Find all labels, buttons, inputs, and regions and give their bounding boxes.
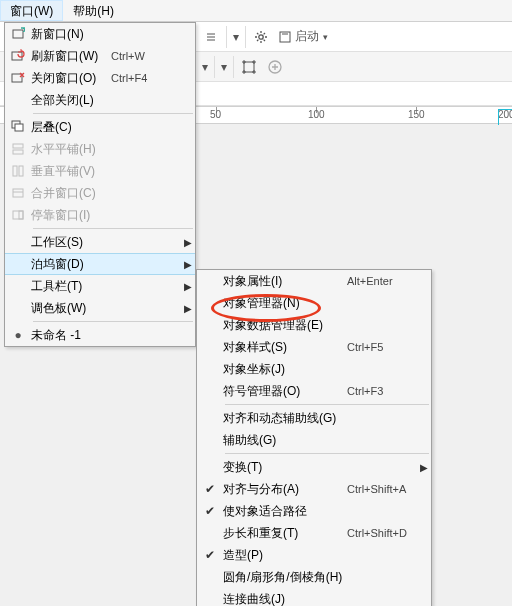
submenu-arrow-icon: ▶: [181, 259, 195, 270]
menuitem-dockers[interactable]: 泊坞窗(D)▶: [5, 253, 195, 275]
separator: [225, 404, 429, 405]
gear-icon[interactable]: [248, 24, 274, 50]
menuitem-step-repeat[interactable]: 步长和重复(T)Ctrl+Shift+D: [197, 522, 431, 544]
label: 全部关闭(L): [31, 92, 111, 109]
separator: [225, 453, 429, 454]
accelerator: Ctrl+Shift+D: [347, 527, 417, 539]
label: 垂直平铺(V): [31, 163, 111, 180]
menuitem-symbol-manager[interactable]: 符号管理器(O)Ctrl+F3: [197, 380, 431, 402]
submenu-arrow-icon: ▶: [181, 303, 195, 314]
menu-help[interactable]: 帮助(H): [63, 0, 124, 21]
label: 刷新窗口(W): [31, 48, 111, 65]
menuitem-fit-path[interactable]: ✔使对象适合路径: [197, 500, 431, 522]
label: 工作区(S): [31, 234, 111, 251]
options-icon[interactable]: [198, 24, 224, 50]
svg-rect-13: [13, 189, 23, 197]
bullet-icon: ●: [5, 324, 31, 346]
label: 合并窗口(C): [31, 185, 111, 202]
menuitem-connect-curve[interactable]: 连接曲线(J): [197, 588, 431, 606]
menu-window[interactable]: 窗口(W): [0, 0, 63, 21]
menuitem-close-window[interactable]: 关闭窗口(O)Ctrl+F4: [5, 67, 195, 89]
menuitem-corner[interactable]: 圆角/扇形角/倒棱角(H): [197, 566, 431, 588]
tile-v-icon: [5, 160, 31, 182]
check-icon: ✔: [197, 504, 223, 518]
menuitem-align-dynamic[interactable]: 对齐和动态辅助线(G): [197, 407, 431, 429]
label: 变换(T): [223, 459, 347, 476]
artboard-icon[interactable]: [236, 54, 262, 80]
label: 未命名 -1: [31, 327, 111, 344]
ruler-tick: 100: [308, 109, 325, 120]
launch-dropdown[interactable]: 启动 ▾: [274, 24, 332, 50]
menuitem-document[interactable]: ●未命名 -1: [5, 324, 195, 346]
label: 泊坞窗(D): [31, 256, 111, 273]
label: 停靠窗口(I): [31, 207, 111, 224]
menuitem-cascade[interactable]: 层叠(C): [5, 116, 195, 138]
menuitem-new-window[interactable]: 新窗口(N): [5, 23, 195, 45]
menuitem-shaping[interactable]: ✔造型(P): [197, 544, 431, 566]
label: 使对象适合路径: [223, 503, 347, 520]
page-edge: [498, 109, 512, 125]
label: 连接曲线(J): [223, 591, 347, 607]
cascade-icon: [5, 116, 31, 138]
close-window-icon: [5, 67, 31, 89]
window-menu-dropdown: 新窗口(N) 刷新窗口(W)Ctrl+W 关闭窗口(O)Ctrl+F4 全部关闭…: [4, 22, 196, 347]
svg-rect-2: [244, 62, 254, 72]
menuitem-tile-v: 垂直平铺(V): [5, 160, 195, 182]
check-icon: ✔: [197, 548, 223, 562]
submenu-arrow-icon: ▶: [181, 281, 195, 292]
menuitem-object-properties[interactable]: 对象属性(I)Alt+Enter: [197, 270, 431, 292]
submenu-arrow-icon: ▶: [181, 237, 195, 248]
label: 对象数据管理器(E): [223, 317, 347, 334]
menuitem-toolbars[interactable]: 工具栏(T)▶: [5, 275, 195, 297]
menuitem-workspace[interactable]: 工作区(S)▶: [5, 231, 195, 253]
separator: [233, 56, 234, 78]
svg-point-0: [259, 34, 263, 38]
label: 层叠(C): [31, 119, 111, 136]
label: 对象管理器(N): [223, 295, 347, 312]
menuitem-object-coords[interactable]: 对象坐标(J): [197, 358, 431, 380]
label: 步长和重复(T): [223, 525, 347, 542]
accelerator: Ctrl+F5: [347, 341, 417, 353]
accelerator: Ctrl+F3: [347, 385, 417, 397]
label: 对齐和动态辅助线(G): [223, 410, 347, 427]
svg-rect-14: [13, 211, 23, 219]
svg-rect-11: [13, 166, 17, 176]
svg-rect-15: [19, 211, 23, 219]
menuitem-tile-h: 水平平铺(H): [5, 138, 195, 160]
menuitem-palettes[interactable]: 调色板(W)▶: [5, 297, 195, 319]
submenu-arrow-icon: ▶: [417, 462, 431, 473]
menuitem-transform[interactable]: 变换(T)▶: [197, 456, 431, 478]
label: 调色板(W): [31, 300, 111, 317]
menu-help-label: 帮助(H): [73, 4, 114, 18]
label: 符号管理器(O): [223, 383, 347, 400]
label: 对齐与分布(A): [223, 481, 347, 498]
ruler-tick: 50: [210, 109, 221, 120]
label: 造型(P): [223, 547, 347, 564]
label: 关闭窗口(O): [31, 70, 111, 87]
menuitem-dock-stop: 停靠窗口(I): [5, 204, 195, 226]
chevron-down-icon[interactable]: ▾: [229, 30, 243, 44]
menuitem-close-all[interactable]: 全部关闭(L): [5, 89, 195, 111]
menuitem-guides[interactable]: 辅助线(G): [197, 429, 431, 451]
chevron-down-icon[interactable]: ▾: [217, 60, 231, 74]
svg-rect-10: [13, 150, 23, 154]
menuitem-align-distribute[interactable]: ✔对齐与分布(A)Ctrl+Shift+A: [197, 478, 431, 500]
new-window-icon: [5, 23, 31, 45]
chevron-down-icon[interactable]: ▾: [198, 60, 212, 74]
menuitem-merge: 合并窗口(C): [5, 182, 195, 204]
refresh-icon: [5, 45, 31, 67]
menuitem-refresh-window[interactable]: 刷新窗口(W)Ctrl+W: [5, 45, 195, 67]
label: 辅助线(G): [223, 432, 347, 449]
menubar: 窗口(W) 帮助(H): [0, 0, 512, 22]
accelerator: Ctrl+F4: [111, 72, 181, 84]
menuitem-object-styles[interactable]: 对象样式(S)Ctrl+F5: [197, 336, 431, 358]
separator: [226, 26, 227, 48]
separator: [33, 321, 193, 322]
menuitem-object-data[interactable]: 对象数据管理器(E): [197, 314, 431, 336]
check-icon: ✔: [197, 482, 223, 496]
add-icon[interactable]: [262, 54, 288, 80]
svg-rect-6: [12, 74, 22, 82]
menuitem-object-manager[interactable]: 对象管理器(N): [197, 292, 431, 314]
dockers-submenu: 对象属性(I)Alt+Enter 对象管理器(N) 对象数据管理器(E) 对象样…: [196, 269, 432, 606]
merge-icon: [5, 182, 31, 204]
